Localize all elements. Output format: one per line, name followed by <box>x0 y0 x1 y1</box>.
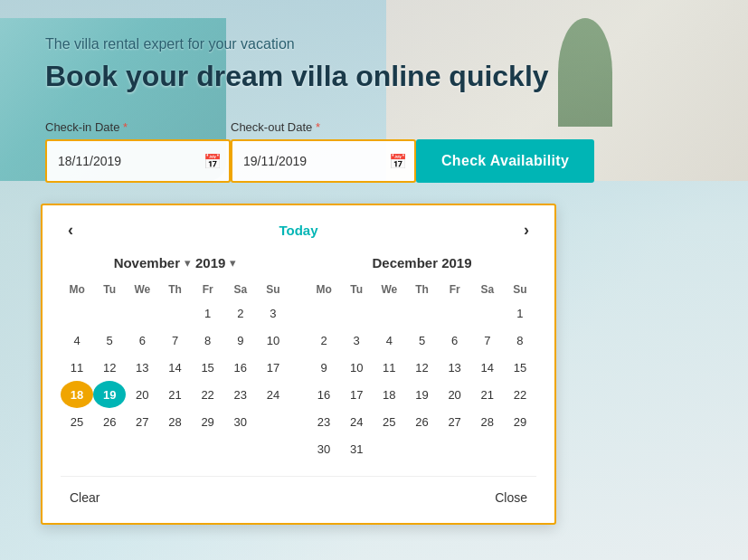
calendar-day <box>61 299 93 327</box>
calendar-day[interactable]: 2 <box>224 299 257 327</box>
calendar-day[interactable]: 24 <box>257 381 289 408</box>
calendar-day[interactable]: 26 <box>93 408 126 435</box>
calendar-day[interactable]: 14 <box>158 354 191 381</box>
clear-button[interactable]: Clear <box>61 486 109 509</box>
calendar-day[interactable]: 5 <box>405 327 438 354</box>
calendar-day[interactable]: 31 <box>340 435 373 462</box>
calendar-dropdown: ‹ Today › November ▾ 2019 ▾ <box>41 204 556 525</box>
november-name: November <box>114 255 180 271</box>
checkout-input[interactable] <box>231 139 416 183</box>
calendar-footer: Clear Close <box>61 476 536 509</box>
calendar-day[interactable]: 2 <box>308 327 340 354</box>
calendar-day[interactable]: 17 <box>340 381 373 408</box>
calendar-day[interactable]: 26 <box>405 408 438 435</box>
calendar-day[interactable]: 18 <box>61 381 93 408</box>
col-mo-dec: Mo <box>308 280 340 299</box>
calendar-day[interactable]: 3 <box>340 327 373 354</box>
calendar-day[interactable]: 23 <box>224 381 257 408</box>
calendar-day[interactable]: 5 <box>93 327 126 354</box>
col-su-dec: Su <box>504 280 536 299</box>
col-sa-dec: Sa <box>471 280 504 299</box>
calendar-day[interactable]: 18 <box>373 381 405 408</box>
calendar-day[interactable]: 25 <box>373 408 405 435</box>
calendar-day[interactable]: 19 <box>405 381 438 408</box>
col-tu: Tu <box>93 280 126 299</box>
calendar-day[interactable]: 4 <box>373 327 405 354</box>
checkout-group: Check-out Date * 📅 <box>231 120 416 183</box>
col-sa: Sa <box>224 280 257 299</box>
calendar-day[interactable]: 8 <box>504 327 536 354</box>
calendar-day[interactable]: 21 <box>471 381 504 408</box>
close-button[interactable]: Close <box>486 486 536 509</box>
calendar-day[interactable]: 11 <box>61 354 93 381</box>
calendar-day[interactable]: 12 <box>93 354 126 381</box>
calendar-day[interactable]: 17 <box>257 354 289 381</box>
calendar-day[interactable]: 13 <box>126 354 158 381</box>
col-mo: Mo <box>61 280 93 299</box>
calendar-day[interactable]: 22 <box>192 381 224 408</box>
november-year-dropdown[interactable]: ▾ <box>230 256 236 270</box>
calendar-day[interactable]: 20 <box>126 381 158 408</box>
calendar-day[interactable]: 22 <box>504 381 536 408</box>
calendar-day[interactable]: 27 <box>439 408 471 435</box>
col-fr-dec: Fr <box>439 280 471 299</box>
calendar-day[interactable]: 10 <box>257 327 289 354</box>
november-calendar: November ▾ 2019 ▾ Mo Tu We Th Fr <box>61 255 289 462</box>
december-header: December 2019 <box>308 255 536 271</box>
november-month-dropdown[interactable]: ▾ <box>185 256 191 270</box>
calendar-day[interactable]: 15 <box>504 354 536 381</box>
col-th-dec: Th <box>405 280 438 299</box>
calendar-day[interactable]: 6 <box>126 327 158 354</box>
calendar-day[interactable]: 30 <box>224 408 257 435</box>
calendar-day[interactable]: 24 <box>340 408 373 435</box>
calendar-day[interactable]: 30 <box>308 435 340 462</box>
calendar-day[interactable]: 27 <box>126 408 158 435</box>
calendar-day[interactable]: 20 <box>439 381 471 408</box>
november-year: 2019 <box>195 255 225 271</box>
next-month-button[interactable]: › <box>516 219 536 242</box>
calendar-day[interactable]: 15 <box>192 354 224 381</box>
check-availability-button[interactable]: Check Availability <box>416 139 594 183</box>
calendar-day[interactable]: 7 <box>471 327 504 354</box>
calendar-day[interactable]: 4 <box>61 327 93 354</box>
calendar-day <box>405 299 438 327</box>
calendar-day[interactable]: 28 <box>471 408 504 435</box>
november-grid: Mo Tu We Th Fr Sa Su 1234567891011121314… <box>61 280 289 435</box>
calendar-day <box>158 299 191 327</box>
calendar-day[interactable]: 8 <box>192 327 224 354</box>
calendar-day[interactable]: 7 <box>158 327 191 354</box>
calendar-day <box>373 299 405 327</box>
calendar-day[interactable]: 19 <box>93 381 126 408</box>
calendar-day <box>439 435 471 462</box>
calendar-day[interactable]: 16 <box>308 381 340 408</box>
calendar-day <box>504 435 536 462</box>
calendar-day[interactable]: 1 <box>504 299 536 327</box>
calendar-day[interactable]: 3 <box>257 299 289 327</box>
calendar-day <box>93 299 126 327</box>
checkin-input[interactable] <box>45 139 231 183</box>
calendar-day[interactable]: 10 <box>340 354 373 381</box>
calendar-day[interactable]: 25 <box>61 408 93 435</box>
checkout-label: Check-out Date * <box>231 120 416 134</box>
calendar-day[interactable]: 1 <box>192 299 224 327</box>
hero-section: The villa rental expert for your vacatio… <box>0 0 748 560</box>
calendar-day[interactable]: 16 <box>224 354 257 381</box>
checkin-input-wrapper: 📅 <box>45 139 231 183</box>
today-button[interactable]: Today <box>279 223 317 238</box>
calendar-day[interactable]: 9 <box>224 327 257 354</box>
calendar-day[interactable]: 28 <box>158 408 191 435</box>
calendar-months: November ▾ 2019 ▾ Mo Tu We Th Fr <box>61 255 536 462</box>
col-tu-dec: Tu <box>340 280 373 299</box>
december-calendar: December 2019 Mo Tu We Th Fr Sa Su <box>308 255 536 462</box>
calendar-day[interactable]: 23 <box>308 408 340 435</box>
calendar-day[interactable]: 9 <box>308 354 340 381</box>
calendar-day[interactable]: 12 <box>405 354 438 381</box>
calendar-day[interactable]: 29 <box>192 408 224 435</box>
calendar-day[interactable]: 11 <box>373 354 405 381</box>
calendar-day[interactable]: 13 <box>439 354 471 381</box>
calendar-day[interactable]: 14 <box>471 354 504 381</box>
calendar-day[interactable]: 21 <box>158 381 191 408</box>
prev-month-button[interactable]: ‹ <box>61 219 80 242</box>
calendar-day[interactable]: 6 <box>439 327 471 354</box>
calendar-day[interactable]: 29 <box>504 408 536 435</box>
